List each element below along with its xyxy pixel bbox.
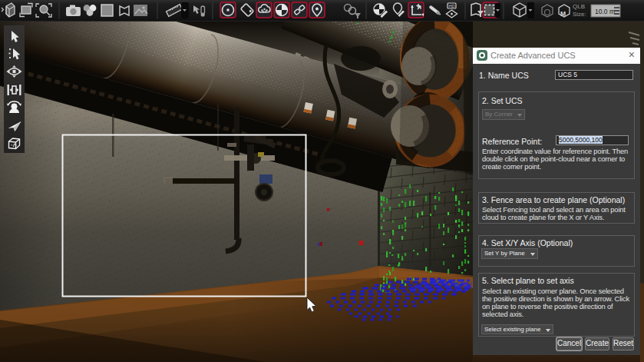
svg-text:M: M: [560, 10, 566, 18]
svg-text:QLB: QLB: [573, 3, 585, 10]
svg-text:Size:: Size:: [573, 11, 586, 18]
svg-text:HD: HD: [449, 4, 455, 8]
svg-text:10.0 m: 10.0 m: [595, 8, 615, 15]
